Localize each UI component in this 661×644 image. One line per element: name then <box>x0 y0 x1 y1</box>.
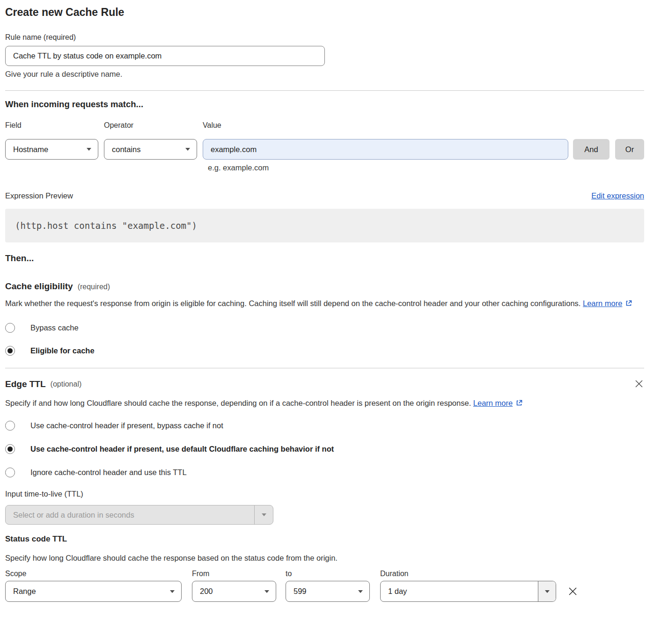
value-label: Value <box>203 121 221 130</box>
field-select[interactable]: Hostname <box>5 139 98 160</box>
status-code-ttl-heading: Status code TTL <box>5 534 644 544</box>
section-divider <box>5 90 644 91</box>
operator-select-value: contains <box>112 145 185 154</box>
radio-label: Use cache-control header if present, byp… <box>30 421 223 430</box>
cache-eligibility-description-text: Mark whether the request's response from… <box>5 299 580 307</box>
chevron-down-icon <box>185 148 190 151</box>
edge-ttl-description-text: Specify if and how long Cloudflare shoul… <box>5 399 471 407</box>
radio-icon <box>5 444 15 454</box>
chevron-down-icon <box>170 590 175 593</box>
ttl-duration-select: Select or add a duration in seconds <box>5 505 273 525</box>
scope-select-value: Range <box>13 587 170 596</box>
cache-eligibility-header: Cache eligibility (required) <box>5 281 644 292</box>
radio-icon <box>5 346 15 356</box>
external-link-icon <box>515 397 523 410</box>
eligible-for-cache-radio[interactable]: Eligible for cache <box>5 344 644 357</box>
edge-ttl-option-ignore-radio[interactable]: Ignore cache-control header and use this… <box>5 466 644 479</box>
duration-select-value: 1 day <box>381 581 538 601</box>
scope-label: Scope <box>5 570 182 578</box>
edge-ttl-heading: Edge TTL <box>5 379 46 390</box>
radio-icon <box>5 468 15 477</box>
edge-ttl-header: Edge TTL (optional) <box>5 379 644 390</box>
section-divider <box>5 368 644 368</box>
radio-label: Use cache-control header if present, use… <box>30 445 334 454</box>
operator-label: Operator <box>104 121 203 130</box>
chevron-down-icon <box>87 148 91 151</box>
external-link-icon <box>625 298 632 311</box>
to-column: to 599 <box>286 570 370 602</box>
cache-eligibility-description: Mark whether the request's response from… <box>5 297 635 311</box>
edge-ttl-option-bypass-radio[interactable]: Use cache-control header if present, byp… <box>5 419 644 432</box>
from-column: From 200 <box>192 570 276 602</box>
radio-label: Eligible for cache <box>30 346 95 355</box>
cache-eligibility-options: Bypass cache Eligible for cache <box>5 321 644 357</box>
from-select-value: 200 <box>200 587 264 596</box>
required-label: (required) <box>78 283 110 291</box>
operator-select[interactable]: contains <box>104 139 197 160</box>
optional-label: (optional) <box>51 380 82 388</box>
expression-code: (http.host contains "example.com") <box>15 220 197 231</box>
and-button[interactable]: And <box>573 139 610 160</box>
radio-icon <box>5 421 15 431</box>
status-code-ttl-description: Specify how long Cloudflare should cache… <box>5 553 644 563</box>
learn-more-link[interactable]: Learn more <box>583 299 622 307</box>
status-code-ttl-row: Scope Range From 200 to 599 Duration 1 d… <box>5 570 644 602</box>
field-select-value: Hostname <box>13 145 87 154</box>
chevron-down-icon <box>538 581 556 601</box>
expression-preview-header: Expression Preview Edit expression <box>5 190 644 201</box>
rule-name-helper: Give your rule a descriptive name. <box>5 69 644 79</box>
match-column-labels: Field Operator Value <box>5 121 644 130</box>
page-title: Create new Cache Rule <box>5 6 644 19</box>
then-heading: Then... <box>5 253 644 264</box>
ttl-input-label: Input time-to-live (TTL) <box>5 489 644 498</box>
bypass-cache-radio[interactable]: Bypass cache <box>5 321 644 334</box>
match-heading: When incoming requests match... <box>5 99 644 110</box>
ttl-duration-placeholder: Select or add a duration in seconds <box>6 511 254 520</box>
scope-column: Scope Range <box>5 570 182 602</box>
learn-more-link[interactable]: Learn more <box>473 399 513 407</box>
expression-preview-box: (http.host contains "example.com") <box>5 209 644 242</box>
value-helper: e.g. example.com <box>208 163 644 172</box>
duration-label: Duration <box>380 570 556 578</box>
close-edge-ttl-button[interactable] <box>634 379 644 389</box>
create-cache-rule-form: Create new Cache Rule Rule name (require… <box>0 0 661 602</box>
edge-ttl-options: Use cache-control header if present, byp… <box>5 419 644 479</box>
scope-select[interactable]: Range <box>5 581 182 602</box>
from-select[interactable]: 200 <box>192 581 276 602</box>
expression-preview-label: Expression Preview <box>5 190 73 201</box>
duration-select[interactable]: 1 day <box>380 581 556 602</box>
chevron-down-icon <box>358 590 363 593</box>
duration-column: Duration 1 day <box>380 570 556 602</box>
rule-name-input[interactable] <box>5 46 325 66</box>
or-button[interactable]: Or <box>615 139 644 160</box>
from-label: From <box>192 570 276 578</box>
chevron-down-icon <box>264 590 269 593</box>
radio-label: Ignore cache-control header and use this… <box>30 468 187 477</box>
delete-status-ttl-row-button[interactable] <box>567 586 578 597</box>
radio-label: Bypass cache <box>30 323 79 332</box>
field-label: Field <box>5 121 104 130</box>
edit-expression-link[interactable]: Edit expression <box>591 191 644 200</box>
edge-ttl-description: Specify if and how long Cloudflare shoul… <box>5 396 525 410</box>
edge-ttl-option-default-radio[interactable]: Use cache-control header if present, use… <box>5 442 644 455</box>
rule-name-label: Rule name (required) <box>5 33 644 42</box>
to-select-value: 599 <box>294 587 358 596</box>
value-input[interactable] <box>203 139 568 160</box>
radio-icon <box>5 323 15 333</box>
to-select[interactable]: 599 <box>286 581 370 602</box>
cache-eligibility-heading: Cache eligibility <box>5 281 73 292</box>
to-label: to <box>286 570 370 578</box>
chevron-down-icon <box>254 505 273 524</box>
match-condition-row: Hostname contains And Or <box>5 139 644 160</box>
